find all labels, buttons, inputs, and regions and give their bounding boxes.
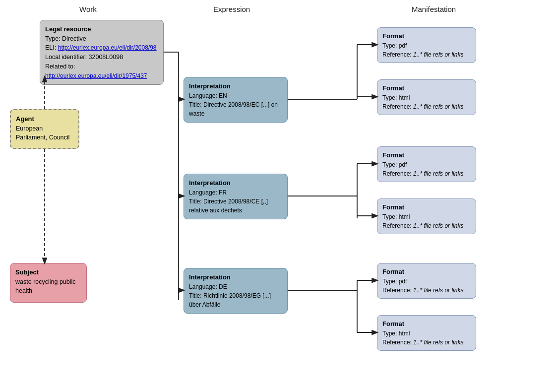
legal-resource-related: Related to: http://eurlex.europa.eu/eli/… [45,62,158,81]
format-en-pdf-box: Format Type: pdf Reference: 1..* file re… [377,27,476,63]
format-fr-pdf-box: Format Type: pdf Reference: 1..* file re… [377,146,476,182]
interp-fr-language: Language: FR [189,188,282,197]
subject-value: waste recycling public health [15,277,81,296]
legal-resource-box: Legal resource Type: Directive ELI: http… [40,20,164,85]
header-expression: Expression [213,5,250,13]
diagram-container: Work Expression Manifestation Legal reso… [0,0,557,392]
interp-en-language: Language: EN [189,91,282,100]
fmt-de-pdf-type: Type: pdf [382,277,471,286]
fmt-fr-html-type: Type: html [382,212,471,221]
fmt-fr-html-ref: Reference: 1..* file refs or links [382,221,471,230]
interpretation-fr-box: Interpretation Language: FR Title: Direc… [184,174,288,219]
format-fr-html-box: Format Type: html Reference: 1..* file r… [377,198,476,234]
interp-fr-titleval: Title: Directive 2008/98/CE [,,] relativ… [189,197,282,215]
legal-resource-local: Local identifier: 32008L0098 [45,53,158,62]
subject-box: Subject waste recycling public health [10,263,87,303]
fmt-en-html-type: Type: html [382,93,471,102]
fmt-de-html-type: Type: html [382,329,471,338]
fmt-de-html-ref: Reference: 1..* file refs or links [382,338,471,347]
legal-resource-type: Type: Directive [45,34,158,44]
agent-value: European Parliament, Council [16,124,73,143]
fmt-de-html-title: Format [382,319,471,329]
fmt-en-html-title: Format [382,83,471,93]
header-manifestation: Manifestation [412,5,456,13]
fmt-fr-pdf-title: Format [382,150,471,160]
header-work: Work [79,5,97,13]
legal-resource-title: Legal resource [45,24,158,34]
fmt-fr-pdf-type: Type: pdf [382,160,471,169]
interpretation-de-box: Interpretation Language: DE Title: Richt… [184,268,288,314]
agent-title: Agent [16,114,73,124]
agent-box: Agent European Parliament, Council [10,109,79,149]
fmt-en-pdf-type: Type: pdf [382,41,471,50]
fmt-de-pdf-ref: Reference: 1..* file refs or links [382,286,471,295]
fmt-en-pdf-title: Format [382,31,471,41]
fmt-en-pdf-ref: Reference: 1..* file refs or links [382,50,471,59]
interp-de-titleval: Title: Richtlinie 2008/98/EG [...] über … [189,291,282,309]
fmt-de-pdf-title: Format [382,267,471,277]
interp-en-title: Interpretation [189,81,282,91]
interp-fr-title: Interpretation [189,178,282,188]
subject-title: Subject [15,267,81,277]
interp-de-language: Language: DE [189,282,282,291]
format-de-pdf-box: Format Type: pdf Reference: 1..* file re… [377,263,476,299]
fmt-en-html-ref: Reference: 1..* file refs or links [382,102,471,111]
format-de-html-box: Format Type: html Reference: 1..* file r… [377,315,476,351]
eli-link[interactable]: http://eurlex.europa.eu/eli/dir/2008/98 [58,44,157,51]
related-link[interactable]: http://eurlex.europa.eu/eli/dir/1975/437 [45,72,147,79]
format-en-html-box: Format Type: html Reference: 1..* file r… [377,79,476,115]
legal-resource-eli: ELI: http://eurlex.europa.eu/eli/dir/200… [45,43,158,53]
fmt-fr-pdf-ref: Reference: 1..* file refs or links [382,169,471,178]
fmt-fr-html-title: Format [382,202,471,212]
interp-de-title: Interpretation [189,272,282,282]
interp-en-titleval: Title: Directive 2008/98/EC [...] on was… [189,100,282,118]
interpretation-en-box: Interpretation Language: EN Title: Direc… [184,77,288,123]
